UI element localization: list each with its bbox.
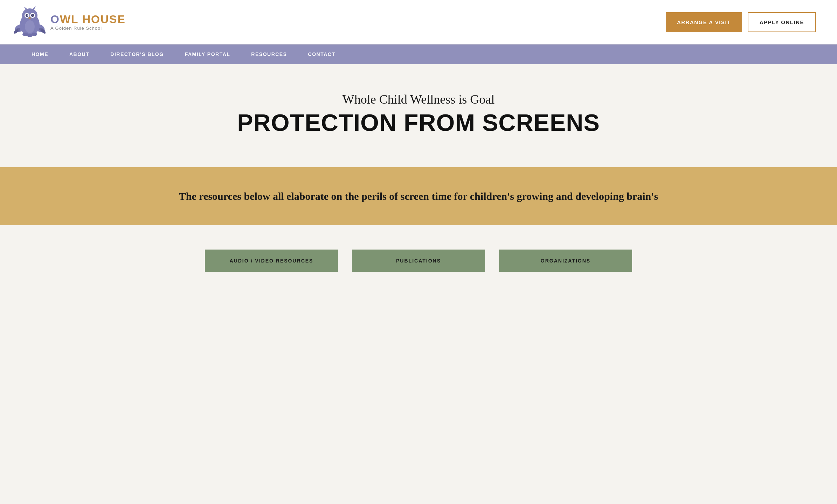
publications-button[interactable]: PUBLICATIONS (352, 250, 485, 272)
nav-item-contact[interactable]: CONTACT (298, 44, 346, 64)
resources-section: AUDIO / VIDEO RESOURCES PUBLICATIONS ORG… (0, 225, 837, 300)
apply-online-button[interactable]: APPLY ONLINE (748, 12, 816, 32)
hero-subtitle: Whole Child Wellness is Goal (14, 92, 823, 107)
owl-logo-icon (14, 6, 46, 38)
nav-item-resources[interactable]: RESOURCES (241, 44, 297, 64)
header-buttons: ARRANGE A VISIT APPLY ONLINE (666, 12, 816, 32)
svg-point-17 (25, 20, 35, 33)
logo-area: OWL HOUSE A Golden Rule School (14, 6, 126, 38)
audio-video-resources-button[interactable]: AUDIO / VIDEO RESOURCES (205, 250, 338, 272)
logo-text: OWL HOUSE A Golden Rule School (50, 14, 126, 31)
organizations-button[interactable]: ORGANIZATIONS (499, 250, 632, 272)
svg-point-20 (32, 33, 37, 36)
nav-item-directors-blog[interactable]: DIRECTOR'S BLOG (100, 44, 174, 64)
hero-section: Whole Child Wellness is Goal PROTECTION … (0, 64, 837, 167)
logo-owl-letter: O (50, 13, 60, 26)
nav-item-home[interactable]: HOME (21, 44, 59, 64)
svg-point-15 (33, 15, 34, 16)
svg-marker-8 (24, 6, 27, 10)
site-header: OWL HOUSE A Golden Rule School ARRANGE A… (0, 0, 837, 44)
arrange-visit-button[interactable]: ARRANGE A VISIT (666, 12, 742, 32)
nav-item-family-portal[interactable]: FAMILY PORTAL (174, 44, 241, 64)
logo-title: OWL HOUSE (50, 14, 126, 25)
nav-item-about[interactable]: ABOUT (59, 44, 100, 64)
banner-section: The resources below all elaborate on the… (0, 167, 837, 225)
logo-subtitle: A Golden Rule School (50, 26, 126, 31)
main-nav: HOME ABOUT DIRECTOR'S BLOG FAMILY PORTAL… (0, 44, 837, 64)
svg-marker-9 (32, 6, 36, 10)
banner-text: The resources below all elaborate on the… (70, 188, 767, 204)
svg-point-14 (27, 15, 28, 16)
hero-title: PROTECTION FROM SCREENS (14, 110, 823, 136)
